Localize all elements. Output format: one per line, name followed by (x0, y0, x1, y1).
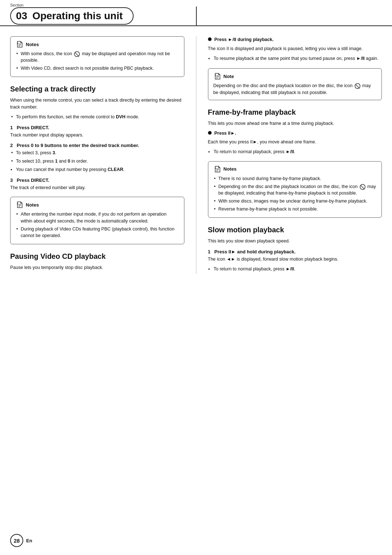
slow-motion-step1-heading: 1 Press II► and hold during playback. (208, 249, 382, 254)
note-item: Reverse frame-by-frame playback is not p… (213, 206, 377, 212)
section-number: 03 (16, 10, 27, 22)
press-pause-heading: Press ►/II during playback. (215, 36, 274, 43)
slow-motion-heading: Slow motion playback (208, 226, 382, 234)
section-label: Section (10, 3, 24, 7)
main-content: Notes With some discs, the icon may be d… (0, 26, 392, 284)
right-column: Press ►/II during playback. The icon II … (196, 36, 382, 274)
no-symbol-icon (74, 51, 80, 57)
page-number: 28 (10, 534, 23, 547)
note-item: After entering the number input mode, if… (16, 211, 179, 224)
note-text-1: Depending on the disc and the playback l… (213, 82, 377, 96)
notes-title-3: Notes (224, 166, 237, 172)
slow-motion-step1-square: To return to normal playback, press ►/II… (208, 266, 382, 273)
header: 03 Operating this unit (0, 0, 392, 26)
notes-header-1: Notes (16, 40, 179, 48)
section-box: 03 Operating this unit (10, 7, 134, 25)
step3-text: The track of entered number will play. (10, 184, 184, 191)
press-frame-square: To return to normal playback, press ►/II… (208, 148, 382, 155)
press-pause-text1: The icon II is displayed and playback is… (208, 45, 382, 52)
no-symbol-icon-3 (360, 184, 366, 190)
notes-box-3: Notes There is no sound during frame-by-… (208, 161, 382, 218)
notes-box-2: Notes After entering the number input mo… (10, 197, 184, 244)
notes-list-3: There is no sound during frame-by-frame … (213, 175, 377, 213)
press-frame-bullet: Press II►. (208, 130, 382, 137)
note-box-1: Note Depending on the disc and the playb… (208, 68, 382, 100)
notes-icon-2 (16, 201, 24, 209)
notes-list-1: With some discs, the icon may be display… (16, 50, 179, 72)
frame-by-frame-intro: This lets you move ahead one frame at a … (208, 120, 382, 127)
dot-icon-2 (208, 131, 212, 135)
note-item: With some discs, the icon may be display… (16, 50, 179, 64)
pausing-video-heading: Pausing Video CD playback (10, 252, 184, 261)
slow-motion-step1-text: The icon ◄► is displayed, forward slow m… (208, 256, 382, 263)
step2-heading: 2 Press 0 to 9 buttons to enter the desi… (10, 143, 184, 148)
notes-icon-1 (16, 40, 24, 48)
no-symbol-icon-2 (355, 83, 360, 89)
note-title-1: Note (224, 74, 234, 79)
note-item: There is no sound during frame-by-frame … (213, 175, 377, 182)
press-pause-square: To resume playback at the same point tha… (208, 55, 382, 62)
footer: 28 En (10, 534, 32, 547)
step2-bullet-1: To select 3, press 3. (10, 150, 184, 156)
notes-icon-3 (213, 165, 221, 173)
note-item: During playback of Video CDs featuring P… (16, 226, 179, 239)
section-title: Operating this unit (32, 10, 123, 22)
slow-motion-intro: This lets you slow down playback speed. (208, 238, 382, 245)
left-column: Notes With some discs, the icon may be d… (10, 36, 196, 274)
note-item: Depending on the disc and the playback l… (213, 183, 377, 196)
page: Section 03 Operating this unit (0, 0, 392, 555)
step1-heading: 1 Press DIRECT. (10, 125, 184, 130)
header-left: 03 Operating this unit (0, 0, 196, 25)
selecting-track-heading: Selecting a track directly (10, 85, 184, 93)
notes-title-2: Notes (26, 202, 39, 208)
header-right (196, 7, 392, 25)
note-item: With some discs, images may be unclear d… (213, 198, 377, 204)
notes-box-1: Notes With some discs, the icon may be d… (10, 36, 184, 77)
note-icon-1 (213, 72, 221, 80)
pausing-video-intro: Pause lets you temporarily stop disc pla… (10, 264, 184, 271)
footer-language: En (26, 538, 32, 543)
notes-list-2: After entering the number input mode, if… (16, 211, 179, 239)
frame-by-frame-heading: Frame-by-frame playback (208, 108, 382, 117)
step3-heading: 3 Press DIRECT. (10, 177, 184, 183)
notes-header-2: Notes (16, 201, 179, 209)
press-pause-bullet: Press ►/II during playback. (208, 36, 382, 43)
dot-icon (208, 37, 212, 41)
step2-square: You can cancel the input number by press… (10, 166, 184, 173)
notes-title-1: Notes (26, 42, 39, 47)
note-header-1: Note (213, 72, 377, 80)
notes-header-3: Notes (213, 165, 377, 173)
step1-text: Track number input display appears. (10, 132, 184, 139)
selecting-track-intro: When using the remote control, you can s… (10, 97, 184, 111)
press-frame-heading: Press II►. (215, 130, 236, 137)
press-frame-text: Each time you press II►, you move ahead … (208, 139, 382, 146)
note-item: With Video CD, direct search is not poss… (16, 65, 179, 72)
step2-bullet-2: To select 10, press 1 and 0 in order. (10, 158, 184, 165)
selecting-track-bullet: To perform this function, set the remote… (10, 114, 184, 121)
